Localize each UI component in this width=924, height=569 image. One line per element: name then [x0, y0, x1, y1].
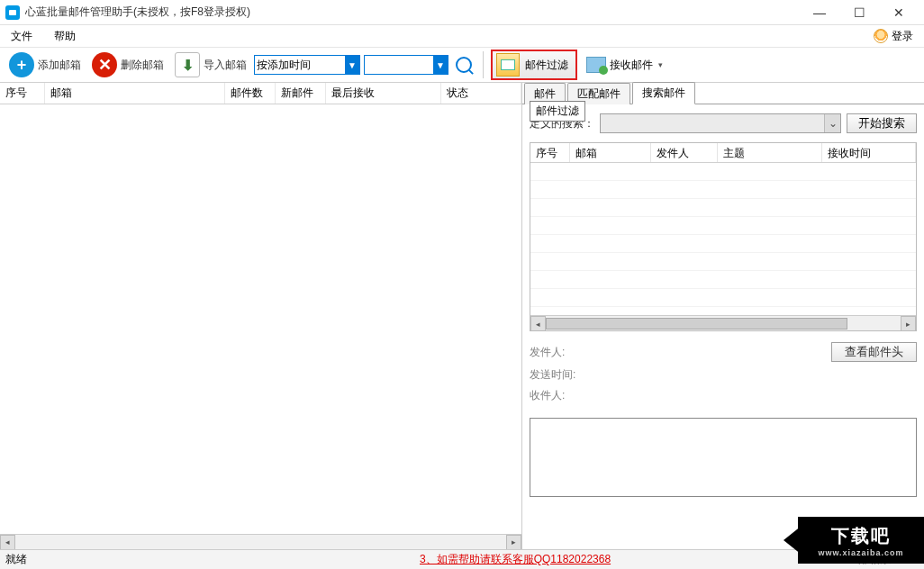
- table-row: [530, 217, 916, 235]
- chevron-down-icon: ⌄: [824, 114, 840, 132]
- window-controls: — ☐ ✕: [800, 0, 919, 25]
- maximize-button[interactable]: ☐: [839, 0, 879, 25]
- col-index[interactable]: 序号: [0, 83, 45, 104]
- search-table-body[interactable]: [530, 163, 916, 315]
- col-new-mail[interactable]: 新邮件: [276, 83, 326, 104]
- col-index[interactable]: 序号: [530, 143, 570, 162]
- filter-select-value[interactable]: [365, 56, 433, 74]
- table-row: [530, 253, 916, 271]
- scroll-track[interactable]: [546, 316, 901, 330]
- sender-label: 发件人:: [530, 345, 584, 360]
- table-row: [530, 163, 916, 181]
- mailbox-table-body[interactable]: [0, 104, 521, 534]
- chevron-down-icon: ▾: [658, 60, 663, 69]
- watermark-text: 下载吧: [831, 524, 891, 548]
- saved-search-select[interactable]: ⌄: [600, 113, 841, 133]
- import-mailbox-button[interactable]: ⬇ 导入邮箱: [171, 50, 250, 79]
- table-row: [530, 271, 916, 289]
- search-table-header: 序号 邮箱 发件人 主题 接收时间: [530, 143, 916, 163]
- search-icon[interactable]: [456, 57, 472, 73]
- col-status[interactable]: 状态: [441, 83, 521, 104]
- separator: [483, 51, 484, 78]
- sort-select-value[interactable]: [255, 56, 345, 74]
- sort-select[interactable]: ▼: [254, 55, 360, 75]
- start-search-button[interactable]: 开始搜索: [847, 113, 917, 133]
- login-button[interactable]: 登录: [868, 27, 919, 46]
- add-mailbox-button[interactable]: + 添加邮箱: [5, 50, 85, 79]
- scroll-left-arrow[interactable]: ◂: [0, 535, 15, 550]
- col-recv-time[interactable]: 接收时间: [822, 143, 916, 162]
- toolbar: + 添加邮箱 ✕ 删除邮箱 ⬇ 导入邮箱 ▼ ▼ 邮件过滤 接收邮件 ▾: [0, 47, 924, 83]
- col-mail-count[interactable]: 邮件数: [225, 83, 276, 104]
- col-subject[interactable]: 主题: [718, 143, 822, 162]
- scroll-thumb[interactable]: [546, 318, 847, 330]
- mail-content-box[interactable]: [530, 418, 917, 497]
- minimize-button[interactable]: —: [800, 0, 839, 25]
- watermark-url: www.xiazaiba.com: [818, 548, 903, 557]
- login-label: 登录: [892, 29, 913, 44]
- close-button[interactable]: ✕: [879, 0, 919, 25]
- scroll-right-arrow[interactable]: ▸: [901, 316, 916, 331]
- mail-detail-pane: 邮件 匹配邮件 搜索邮件 定义的搜索： ⌄ 开始搜索 序号 邮箱 发件人 主题 …: [522, 83, 924, 549]
- col-sender[interactable]: 发件人: [651, 143, 718, 162]
- scroll-track[interactable]: [15, 535, 506, 550]
- delete-icon: ✕: [92, 52, 117, 77]
- h-scrollbar[interactable]: ◂ ▸: [0, 534, 521, 549]
- status-text: 就绪: [5, 552, 420, 567]
- scroll-right-arrow[interactable]: ▸: [506, 535, 521, 550]
- send-time-label: 发送时间:: [530, 367, 584, 383]
- recipient-label: 收件人:: [530, 388, 584, 403]
- menu-file[interactable]: 文件: [5, 27, 38, 46]
- filter-select[interactable]: ▼: [364, 55, 448, 75]
- col-mailbox[interactable]: 邮箱: [570, 143, 651, 162]
- h-scrollbar[interactable]: ◂ ▸: [530, 315, 916, 330]
- window-title: 心蓝批量邮件管理助手(未授权，按F8登录授权): [25, 5, 800, 20]
- help-link[interactable]: 3、如需帮助请联系客服QQ1182022368: [420, 552, 611, 567]
- mail-receive-icon: [586, 57, 606, 73]
- plus-icon: +: [9, 52, 34, 77]
- main-area: 序号 邮箱 邮件数 新邮件 最后接收 状态 ◂ ▸ 邮件 匹配邮件 搜索邮件 定…: [0, 83, 924, 549]
- table-row: [530, 199, 916, 217]
- col-mailbox[interactable]: 邮箱: [45, 83, 225, 104]
- scroll-left-arrow[interactable]: ◂: [530, 316, 546, 331]
- import-icon: ⬇: [175, 52, 200, 77]
- mailbox-table-header: 序号 邮箱 邮件数 新邮件 最后接收 状态: [0, 83, 521, 104]
- mail-filter-button[interactable]: 邮件过滤: [491, 50, 577, 80]
- mail-detail: 发件人: 查看邮件头 发送时间: 收件人:: [522, 331, 924, 414]
- col-last-recv[interactable]: 最后接收: [326, 83, 441, 104]
- table-row: [530, 181, 916, 199]
- mailbox-list-pane: 序号 邮箱 邮件数 新邮件 最后接收 状态 ◂ ▸: [0, 83, 522, 549]
- menu-help[interactable]: 帮助: [49, 27, 81, 46]
- filter-icon: [496, 53, 520, 77]
- chevron-down-icon: ▼: [345, 56, 359, 74]
- chevron-down-icon: ▼: [433, 56, 448, 74]
- title-bar: 心蓝批量邮件管理助手(未授权，按F8登录授权) — ☐ ✕: [0, 0, 924, 25]
- app-icon: [5, 5, 20, 20]
- table-row: [530, 289, 916, 307]
- view-header-button[interactable]: 查看邮件头: [831, 342, 917, 362]
- tab-search-mail[interactable]: 搜索邮件: [632, 82, 695, 104]
- watermark: 下载吧 www.xiazaiba.com: [798, 517, 924, 564]
- delete-mailbox-button[interactable]: ✕ 删除邮箱: [88, 50, 168, 79]
- table-row: [530, 235, 916, 253]
- receive-mail-button[interactable]: 接收邮件 ▾: [581, 55, 668, 75]
- menu-bar: 文件 帮助 登录: [0, 25, 924, 47]
- tooltip: 邮件过滤: [530, 101, 585, 122]
- user-icon: [874, 29, 888, 43]
- search-result-table: 序号 邮箱 发件人 主题 接收时间 ◂ ▸: [530, 142, 917, 331]
